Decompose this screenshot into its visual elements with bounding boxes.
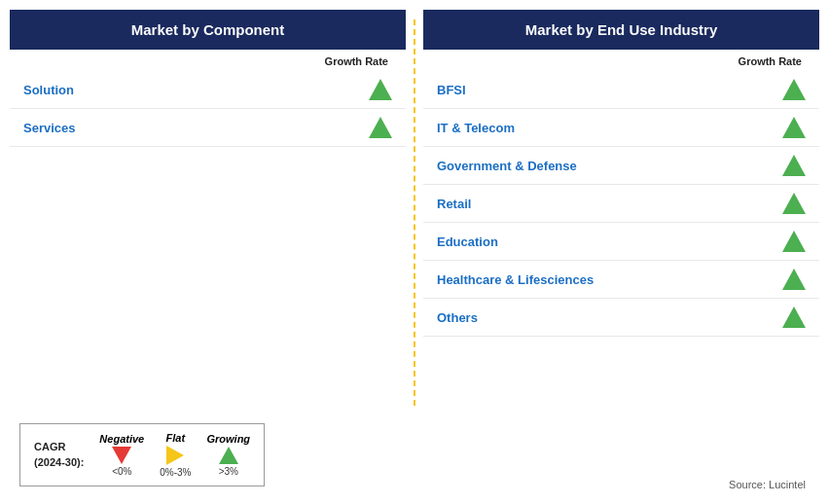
bottom-bar: CAGR(2024-30): Negative <0% Flat 0%-3% G… bbox=[0, 415, 829, 504]
legend-flat-range: 0%-3% bbox=[160, 467, 191, 478]
left-growth-rate-label: Growth Rate bbox=[10, 55, 406, 67]
row-label: Government & Defense bbox=[437, 159, 577, 173]
legend-negative-range: <0% bbox=[112, 466, 131, 477]
left-panel-title: Market by Component bbox=[10, 10, 406, 50]
legend-cagr-label: CAGR(2024-30): bbox=[34, 440, 84, 470]
row-label: Others bbox=[437, 310, 478, 325]
arrow-up-icon bbox=[782, 117, 806, 138]
legend-growing-range: >3% bbox=[219, 466, 238, 477]
arrow-up-green-icon bbox=[219, 447, 238, 464]
row-label: Services bbox=[23, 121, 76, 135]
row-label: BFSI bbox=[437, 83, 466, 97]
row-label: Solution bbox=[23, 83, 74, 97]
arrow-up-icon bbox=[782, 269, 806, 290]
arrow-up-icon bbox=[782, 306, 806, 328]
arrow-up-icon bbox=[782, 79, 806, 100]
list-item: Solution bbox=[10, 71, 406, 109]
row-label: Retail bbox=[437, 197, 471, 211]
legend-growing: Growing >3% bbox=[206, 433, 250, 477]
list-item: Education bbox=[423, 223, 819, 261]
legend-negative-label: Negative bbox=[99, 433, 144, 445]
row-label: Education bbox=[437, 234, 498, 249]
arrow-up-icon bbox=[369, 79, 392, 100]
list-item: Services bbox=[10, 109, 406, 147]
arrow-up-icon bbox=[782, 155, 806, 176]
list-item: Retail bbox=[423, 185, 819, 223]
left-panel: Market by Component Growth Rate Solution… bbox=[10, 10, 406, 415]
list-item: IT & Telecom bbox=[423, 109, 819, 147]
arrow-up-icon bbox=[782, 231, 806, 252]
arrow-up-icon bbox=[782, 193, 806, 214]
list-item: Others bbox=[423, 299, 819, 337]
arrow-up-icon bbox=[369, 117, 392, 138]
list-item: Government & Defense bbox=[423, 147, 819, 185]
right-panel-title: Market by End Use Industry bbox=[423, 10, 819, 50]
list-item: Healthcare & Lifesciences bbox=[423, 261, 819, 299]
legend-growing-label: Growing bbox=[206, 433, 250, 445]
list-item: BFSI bbox=[423, 71, 819, 109]
dashed-divider-line bbox=[414, 19, 415, 406]
legend-flat-label: Flat bbox=[166, 432, 186, 444]
row-label: Healthcare & Lifesciences bbox=[437, 272, 594, 287]
right-panel: Market by End Use Industry Growth Rate B… bbox=[423, 10, 819, 415]
source-label: Source: Lucintel bbox=[729, 479, 819, 496]
right-growth-rate-label: Growth Rate bbox=[423, 55, 819, 67]
legend-box: CAGR(2024-30): Negative <0% Flat 0%-3% G… bbox=[19, 423, 265, 486]
legend-negative: Negative <0% bbox=[99, 433, 144, 477]
arrow-right-icon bbox=[166, 446, 184, 465]
legend-flat: Flat 0%-3% bbox=[160, 432, 191, 478]
panel-divider bbox=[414, 10, 415, 415]
arrow-down-icon bbox=[112, 447, 131, 464]
row-label: IT & Telecom bbox=[437, 121, 515, 135]
